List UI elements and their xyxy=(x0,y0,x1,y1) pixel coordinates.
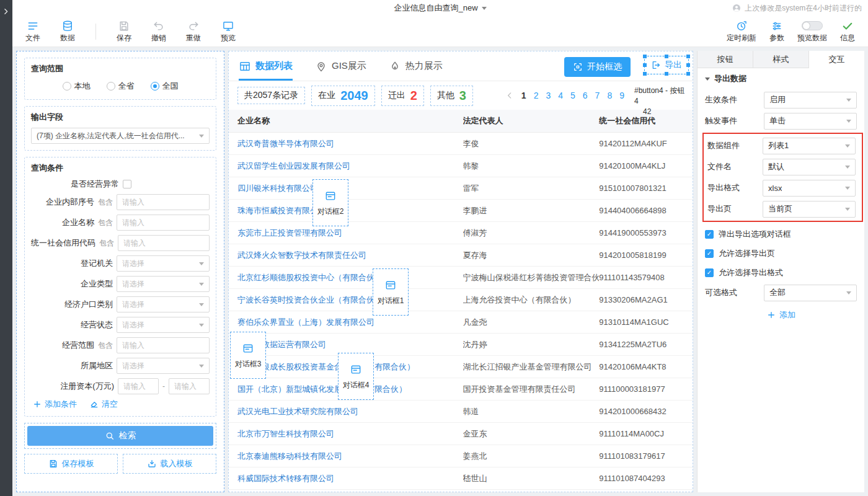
table-row[interactable]: 北京市万智生科技有限公司金亚东91110114MA00CJ xyxy=(229,423,693,445)
table-row[interactable]: 武汉光电工业技术研究院有限公司韩道914201000668432 xyxy=(229,401,693,423)
page-number[interactable]: 7 xyxy=(595,91,600,100)
company-name-link[interactable]: 云亚信数据运营有限公司 xyxy=(237,339,463,350)
clear-conditions-button[interactable]: 清空 xyxy=(89,399,118,410)
save-template-button[interactable]: 保存模板 xyxy=(24,454,118,474)
table-row[interactable]: 武汉奇普微半导体有限公司李俊91420112MA4KUF xyxy=(229,133,693,155)
add-interaction-button[interactable]: 添加 xyxy=(698,303,864,327)
toolbar-timed-refresh-button[interactable]: 定时刷新 xyxy=(727,20,756,43)
condition-input-max[interactable]: 请输入 xyxy=(169,378,210,394)
toolbar-save-button[interactable]: 保存 xyxy=(113,20,135,43)
start-box-select-button[interactable]: 开始框选 xyxy=(564,57,631,77)
table-row[interactable]: 东莞市上正投资管理有限公司傅淑芳914419000553973 xyxy=(229,222,693,244)
condition-select[interactable]: 请选择 xyxy=(117,276,210,292)
company-name-link[interactable]: 北京红杉顺德股权投资中心（有限合伙） xyxy=(237,272,463,283)
company-name-link[interactable]: 四川银米科技有限公司 xyxy=(237,183,463,194)
condition-select[interactable]: 请选择 xyxy=(117,296,210,312)
page-number[interactable]: 1 xyxy=(521,91,526,100)
selection-handle[interactable] xyxy=(643,63,647,67)
prop-select[interactable]: xlsx xyxy=(763,180,856,197)
load-template-button[interactable]: 载入模板 xyxy=(123,454,216,474)
condition-checkbox[interactable] xyxy=(123,180,131,188)
company-name-link[interactable]: 宁波长谷英时投资合伙企业（有限合伙） xyxy=(237,294,463,306)
toolbar-file-button[interactable]: 文件 xyxy=(22,20,43,43)
table-row[interactable]: 国开（北京）新型城镇化发展基金（有限合伙）国开投资基金管理有限责任公司91110… xyxy=(229,378,693,401)
prop-tab-样式[interactable]: 样式 xyxy=(753,51,809,68)
prop-select[interactable]: 当前页 xyxy=(763,201,856,218)
page-title[interactable]: 企业信息自由查询_new xyxy=(394,2,477,14)
table-row[interactable]: 北京泰迪熊移动科技有限公司姜燕北911101083179617 xyxy=(229,445,693,467)
expand-chevron-icon[interactable] xyxy=(2,7,10,16)
company-name-link[interactable]: 北京市万智生科技有限公司 xyxy=(237,428,463,440)
tab-GIS展示[interactable]: GIS展示 xyxy=(315,51,366,81)
table-row[interactable]: 长江招银成长股权投资基金合伙企业（有限合伙）湖北长江招银产业基金管理有限公司91… xyxy=(229,356,693,378)
company-name-link[interactable]: 武汉奇普微半导体有限公司 xyxy=(237,138,463,149)
prop-select[interactable]: 启用 xyxy=(764,92,857,108)
company-name-link[interactable]: 武汉留学生创业园发展有限公司 xyxy=(237,161,463,172)
prop-tab-交互[interactable]: 交互 xyxy=(809,51,864,68)
preview-data-toggle[interactable] xyxy=(802,20,823,32)
prop-checkbox-row[interactable]: ✓允许选择导出页 xyxy=(698,244,864,263)
company-name-link[interactable]: 科威国际技术转移有限公司 xyxy=(237,473,463,484)
title-caret-icon[interactable] xyxy=(482,7,487,10)
company-name-link[interactable]: 武汉烽火众智数字技术有限责任公司 xyxy=(237,250,463,261)
page-number[interactable]: 5 xyxy=(570,91,575,100)
toolbar-preview-data-button[interactable]: 预览数据 xyxy=(797,20,827,43)
condition-input[interactable]: 请输入 xyxy=(117,194,210,210)
condition-input[interactable]: 请输入 xyxy=(117,215,210,231)
company-name-link[interactable]: 北京泰迪熊移动科技有限公司 xyxy=(237,451,463,462)
toolbar-info-button[interactable]: 信息 xyxy=(837,20,858,43)
output-fields-select[interactable]: (7项) 企业名称,法定代表人,统一社会信用代... xyxy=(31,128,210,144)
company-name-link[interactable]: 东莞市上正投资管理有限公司 xyxy=(237,228,463,239)
selection-handle[interactable] xyxy=(686,72,690,76)
page-number[interactable]: 9 xyxy=(619,91,624,100)
prop-tab-按钮[interactable]: 按钮 xyxy=(698,51,753,68)
selection-handle[interactable] xyxy=(665,55,668,58)
table-row[interactable]: 宁波长谷英时投资合伙企业（有限合伙）上海允谷投资中心（有限合伙）91330206… xyxy=(229,289,693,311)
table-row[interactable]: 四川银米科技有限公司雷军915101007801321 xyxy=(229,177,693,200)
company-name-link[interactable]: 武汉光电工业技术研究院有限公司 xyxy=(237,406,463,417)
condition-select[interactable]: 请选择 xyxy=(117,358,210,374)
table-row[interactable]: 赛伯乐众界置业（上海）发展有限公司凡金尧91310114MA1GUC xyxy=(229,311,693,334)
page-number[interactable]: 6 xyxy=(583,91,588,100)
page-number[interactable]: 4 xyxy=(558,91,563,100)
selection-handle[interactable] xyxy=(643,55,647,58)
tab-热力展示[interactable]: 热力展示 xyxy=(389,51,443,81)
table-row[interactable]: 云亚信数据运营有限公司沈丹婷91341225MA2TU6 xyxy=(229,334,693,356)
prop-select[interactable]: 全部 xyxy=(764,285,857,301)
toolbar-data-button[interactable]: 数据 xyxy=(57,20,78,43)
dialog-widget[interactable]: 对话框1 xyxy=(373,268,409,316)
search-button[interactable]: 检索 xyxy=(27,426,213,446)
toolbar-undo-button[interactable]: 撤销 xyxy=(148,20,169,43)
collapsed-left-panel[interactable] xyxy=(0,0,12,496)
prop-checkbox-row[interactable]: ✓允许选择导出格式 xyxy=(698,263,864,282)
page-number[interactable]: 2 xyxy=(534,91,539,100)
radio-option[interactable]: 全省 xyxy=(107,81,135,92)
prev-page-icon[interactable] xyxy=(505,91,514,100)
selection-handle[interactable] xyxy=(665,72,668,76)
selection-handle[interactable] xyxy=(686,55,690,58)
table-row[interactable]: 北京红杉顺德股权投资中心（有限合伙）宁波梅山保税港红杉菁德投资管理合伙...91… xyxy=(229,267,693,289)
toolbar-params-button[interactable]: 参数 xyxy=(766,20,787,43)
condition-select[interactable]: 请选择 xyxy=(117,255,210,272)
page-number[interactable]: 3 xyxy=(546,91,551,100)
dialog-widget[interactable]: 对话框2 xyxy=(312,179,348,226)
toolbar-preview-button[interactable]: 预览 xyxy=(218,20,239,43)
condition-input-min[interactable]: 请输入 xyxy=(118,378,159,394)
company-name-link[interactable]: 赛伯乐众界置业（上海）发展有限公司 xyxy=(237,317,463,328)
prop-select[interactable]: 列表1 xyxy=(763,138,856,154)
table-row[interactable]: 珠海市恒威投资有限公司李鹏进914404006664898 xyxy=(229,200,693,222)
dialog-widget[interactable]: 对话框3 xyxy=(230,332,266,379)
table-row[interactable]: 武汉烽火众智数字技术有限责任公司夏存海914201005818199 xyxy=(229,244,693,267)
tab-数据列表[interactable]: 数据列表 xyxy=(239,51,293,81)
page-number[interactable]: 8 xyxy=(607,91,612,100)
radio-option[interactable]: 全国 xyxy=(151,81,179,92)
export-data-section-header[interactable]: 导出数据 xyxy=(698,68,864,89)
table-row[interactable]: 科威国际技术转移有限公司嵇世山911101087404293 xyxy=(229,467,693,490)
prop-select[interactable]: 默认 xyxy=(763,159,856,175)
toolbar-redo-button[interactable]: 重做 xyxy=(183,20,204,43)
add-condition-button[interactable]: 添加条件 xyxy=(32,399,77,410)
company-name-link[interactable]: 珠海市恒威投资有限公司 xyxy=(237,205,463,216)
condition-input[interactable]: 请输入 xyxy=(117,337,210,353)
prop-checkbox-row[interactable]: ✓弹出导出选项对话框 xyxy=(698,224,864,244)
selection-handle[interactable] xyxy=(686,63,690,67)
